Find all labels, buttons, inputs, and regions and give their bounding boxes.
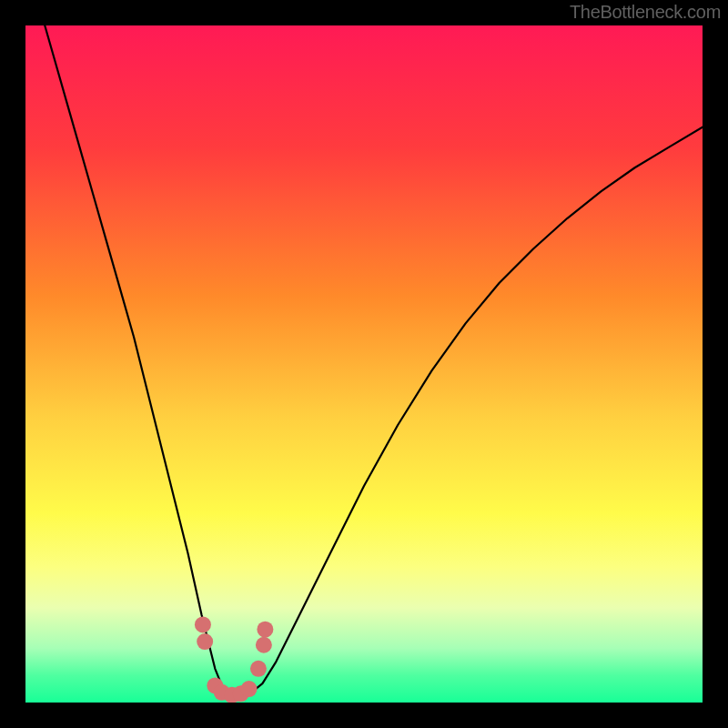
attribution-text: TheBottleneck.com	[570, 2, 721, 23]
bottleneck-curve-chart	[25, 25, 703, 703]
chart-frame: TheBottleneck.com	[0, 0, 728, 728]
plot-area	[25, 25, 703, 703]
